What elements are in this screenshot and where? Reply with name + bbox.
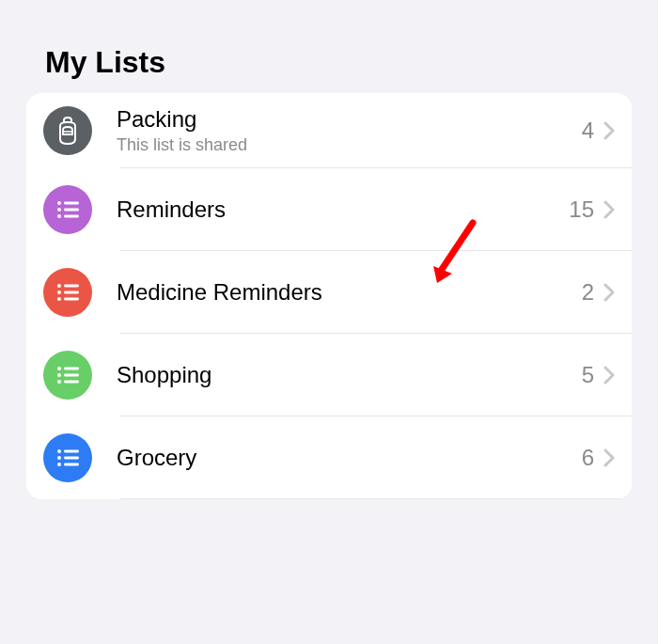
- list-bullet-icon: [43, 433, 92, 482]
- list-count: 2: [582, 279, 594, 306]
- chevron-right-icon: [603, 366, 615, 385]
- list-name: Reminders: [117, 196, 569, 224]
- svg-point-1: [57, 201, 61, 205]
- list-name: Medicine Reminders: [117, 279, 582, 306]
- chevron-right-icon: [603, 283, 615, 302]
- list-count: 4: [582, 118, 594, 144]
- svg-rect-22: [64, 457, 79, 460]
- svg-rect-10: [64, 291, 79, 294]
- svg-point-17: [57, 380, 61, 384]
- list-name: Packing: [117, 106, 582, 134]
- list-name: Grocery: [117, 445, 582, 472]
- list-bullet-icon: [43, 185, 92, 234]
- list-name: Shopping: [117, 362, 582, 389]
- svg-rect-12: [64, 298, 79, 301]
- svg-point-3: [57, 208, 61, 212]
- list-row-packing[interactable]: Packing This list is shared 4: [26, 93, 632, 168]
- svg-rect-4: [64, 209, 79, 212]
- list-row-grocery[interactable]: Grocery 6: [26, 416, 632, 499]
- chevron-right-icon: [603, 200, 615, 219]
- backpack-icon: [43, 106, 92, 155]
- list-bullet-icon: [43, 351, 92, 400]
- list-row-reminders[interactable]: Reminders 15: [26, 168, 632, 251]
- list-row-shopping[interactable]: Shopping 5: [26, 334, 632, 416]
- svg-point-21: [57, 456, 61, 460]
- svg-rect-2: [64, 202, 79, 205]
- list-count: 6: [582, 445, 594, 471]
- list-row-medicine-reminders[interactable]: Medicine Reminders 2: [26, 251, 632, 334]
- list-subtitle: This list is shared: [117, 135, 582, 155]
- svg-point-5: [57, 214, 61, 218]
- svg-point-9: [57, 291, 61, 294]
- svg-rect-18: [64, 381, 79, 384]
- list-count: 5: [582, 362, 594, 388]
- svg-rect-14: [64, 368, 79, 370]
- svg-point-19: [57, 449, 61, 453]
- svg-rect-6: [64, 215, 79, 218]
- chevron-right-icon: [603, 121, 615, 140]
- svg-rect-8: [64, 285, 79, 288]
- list-count: 15: [569, 196, 594, 223]
- svg-point-23: [57, 463, 61, 466]
- svg-point-13: [57, 367, 61, 370]
- svg-point-11: [57, 297, 61, 301]
- svg-point-7: [57, 284, 61, 288]
- svg-rect-16: [64, 374, 79, 377]
- svg-rect-24: [64, 463, 79, 466]
- list-bullet-icon: [43, 268, 92, 317]
- chevron-right-icon: [603, 448, 615, 467]
- svg-point-15: [57, 373, 61, 377]
- my-lists-card: Packing This list is shared 4 Re: [26, 93, 632, 499]
- section-title: My Lists: [45, 45, 632, 80]
- svg-rect-20: [64, 450, 79, 453]
